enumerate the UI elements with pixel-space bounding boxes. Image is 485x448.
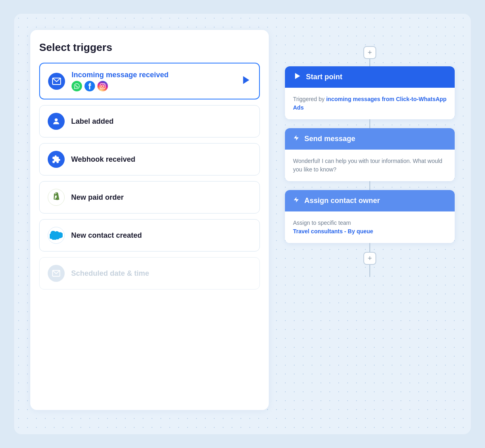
send-message-title: Send message bbox=[304, 135, 355, 143]
trigger-icon-label bbox=[48, 113, 65, 130]
trigger-name-webhook: Webhook received bbox=[71, 155, 251, 164]
instagram-icon bbox=[97, 81, 108, 91]
triggers-panel: Select triggers Incoming message receive… bbox=[30, 30, 269, 410]
assign-owner-bolt-icon bbox=[293, 196, 299, 206]
flow-panel: + Start point bbox=[269, 30, 471, 410]
assign-owner-title: Assign contact owner bbox=[304, 197, 380, 205]
start-point-icon bbox=[293, 72, 301, 82]
social-icons-row bbox=[72, 81, 234, 91]
trigger-icon-scheduled bbox=[48, 265, 65, 282]
trigger-icon-shopify bbox=[48, 189, 65, 206]
start-point-title: Start point bbox=[306, 73, 342, 81]
svg-marker-5 bbox=[294, 135, 299, 140]
connector-2 bbox=[369, 181, 370, 190]
assign-owner-highlight: Travel consultants - By queue bbox=[293, 228, 373, 235]
trigger-item-new-paid-order[interactable]: New paid order bbox=[39, 181, 260, 213]
flow-card-send-message: Send message Wonderful! I can help you w… bbox=[285, 128, 455, 181]
card-header-send-message: Send message bbox=[285, 128, 455, 150]
send-message-body: Wonderful! I can help you with tour info… bbox=[293, 157, 447, 174]
flow-card-assign-owner: Assign contact owner Assign to specific … bbox=[285, 190, 455, 243]
card-body-send-message: Wonderful! I can help you with tour info… bbox=[285, 150, 455, 181]
card-header-assign-owner: Assign contact owner bbox=[285, 190, 455, 211]
svg-marker-6 bbox=[294, 197, 299, 202]
whatsapp-icon bbox=[72, 81, 82, 91]
trigger-name-new-contact: New contact created bbox=[71, 231, 251, 240]
start-point-prefix: Triggered by bbox=[293, 96, 326, 102]
svg-point-2 bbox=[55, 118, 57, 121]
svg-marker-4 bbox=[295, 73, 300, 79]
trigger-item-webhook[interactable]: Webhook received bbox=[39, 143, 260, 175]
flow-container: + Start point bbox=[285, 46, 455, 277]
trigger-name-paid-order: New paid order bbox=[71, 193, 251, 202]
card-body-start-point: Triggered by incoming messages from Clic… bbox=[285, 88, 455, 119]
trigger-item-scheduled[interactable]: Scheduled date & time bbox=[39, 257, 260, 290]
tail-line bbox=[369, 265, 370, 277]
main-container: Select triggers Incoming message receive… bbox=[14, 14, 471, 434]
trigger-item-label-added[interactable]: Label added bbox=[39, 105, 260, 137]
trigger-icon-incoming-message bbox=[48, 73, 65, 90]
flow-card-start-point: Start point Triggered by incoming messag… bbox=[285, 66, 455, 119]
selected-arrow-icon bbox=[240, 75, 251, 88]
start-point-body: Triggered by incoming messages from Clic… bbox=[293, 95, 447, 112]
connector-3 bbox=[369, 243, 370, 252]
card-header-start-point: Start point bbox=[285, 66, 455, 88]
card-body-assign-owner: Assign to specific team Travel consultan… bbox=[285, 211, 455, 243]
assign-owner-prefix: Assign to specific team bbox=[293, 220, 351, 226]
trigger-name-incoming: Incoming message received bbox=[72, 71, 234, 79]
trigger-icon-webhook bbox=[48, 151, 65, 168]
trigger-name-scheduled: Scheduled date & time bbox=[71, 269, 251, 278]
bottom-plus-button[interactable]: + bbox=[363, 252, 376, 265]
trigger-info-paid-order: New paid order bbox=[71, 193, 251, 202]
trigger-info-incoming: Incoming message received bbox=[72, 71, 234, 91]
trigger-item-new-contact[interactable]: New contact created bbox=[39, 219, 260, 251]
connector-top bbox=[369, 59, 370, 66]
top-plus-button[interactable]: + bbox=[363, 46, 376, 59]
svg-marker-1 bbox=[243, 76, 249, 84]
trigger-icon-salesforce bbox=[48, 227, 65, 244]
send-message-bolt-icon bbox=[293, 134, 299, 144]
trigger-info-scheduled: Scheduled date & time bbox=[71, 269, 251, 278]
trigger-name-label: Label added bbox=[71, 117, 251, 126]
connector-1 bbox=[369, 119, 370, 128]
trigger-info-new-contact: New contact created bbox=[71, 231, 251, 240]
trigger-info-label: Label added bbox=[71, 117, 251, 126]
panel-title: Select triggers bbox=[39, 41, 260, 54]
assign-owner-body: Assign to specific team Travel consultan… bbox=[293, 219, 447, 236]
content-area: Select triggers Incoming message receive… bbox=[14, 14, 471, 434]
facebook-icon bbox=[84, 81, 95, 91]
trigger-item-incoming-message[interactable]: Incoming message received bbox=[39, 63, 260, 99]
trigger-info-webhook: Webhook received bbox=[71, 155, 251, 164]
